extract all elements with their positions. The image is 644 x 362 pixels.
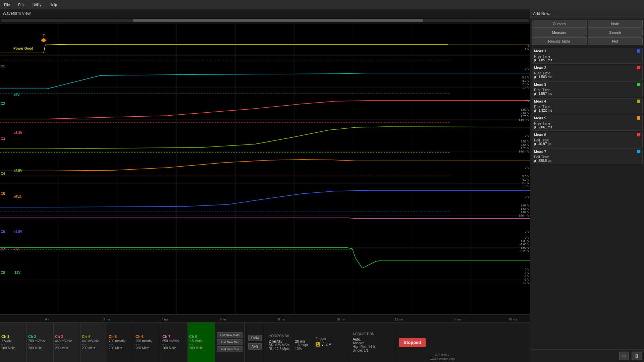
meas-item-4[interactable]: Meas 4 Rise Time µ': 1.322 ms	[532, 98, 643, 114]
scrollbar-track[interactable]	[1, 19, 529, 22]
menu-utility[interactable]: Utility	[29, 1, 46, 8]
ch5-waveform	[0, 160, 530, 171]
add-math-button[interactable]: Add New Math	[217, 332, 243, 338]
trigger-title: Trigger	[316, 337, 345, 341]
meas-item-5[interactable]: Meas 5 Rise Time µ': 2.061 ms	[532, 115, 643, 131]
ch8-block[interactable]: Ch 8 1.5 V/div ≈ ≈ 200 MHz	[188, 322, 215, 362]
v-label-11: 2.08 V1.56 V1.04 V520 mV	[519, 204, 529, 217]
meas-item-1[interactable]: Meas 1 Rise Time µ': 1.851 ms	[532, 48, 643, 64]
waveform-svg: T	[0, 23, 530, 314]
watermark-text: 电子发烧友	[435, 353, 450, 357]
trigger-marker	[41, 38, 46, 42]
ch7-div: 650 mV/div	[162, 339, 186, 343]
ch6-name: Ch 6	[136, 335, 159, 339]
menu-help[interactable]: Help	[46, 1, 61, 8]
add-bus-button[interactable]: Add New Bus	[217, 346, 243, 352]
ch1-block[interactable]: Ch 1 1 V/div ≈ ≈ 200 MHz	[0, 322, 27, 362]
ch6-block[interactable]: Ch 6 260 mV/div ≈ ≈ 200 MHz	[134, 322, 161, 362]
ch6-icon: ≈ ≈	[136, 343, 159, 346]
signal-label-1v8: +1.8V	[13, 230, 22, 234]
meas-type-1: Rise Time	[534, 54, 640, 58]
cursors-button[interactable]: Cursors	[532, 20, 587, 28]
ch2-block[interactable]: Ch 2 700 mV/div ≈ ≈ 200 MHz	[27, 322, 54, 362]
time-4ms: 4 ms	[162, 318, 168, 321]
ch4-src: C4	[1, 172, 5, 176]
ch6-div: 260 mV/div	[136, 339, 159, 343]
meas-header-7: Meas 7	[532, 149, 642, 154]
afg-button[interactable]: AFG	[248, 343, 262, 350]
add-new-bar: Add New...	[530, 9, 644, 18]
measurements-list: Meas 1 Rise Time µ': 1.851 ms Meas 2 Ris…	[530, 47, 644, 349]
signal-label-5va: +5VA	[13, 195, 22, 199]
time-14ms: 14 ms	[453, 318, 462, 321]
add-new-label: Add New...	[533, 11, 552, 16]
ch6-bw: 200 MHz	[136, 346, 159, 350]
v-label-12: 0 V	[525, 230, 529, 233]
meas-body-4: Rise Time µ': 1.322 ms	[532, 104, 642, 114]
ch8-div: 1.5 V/div	[189, 339, 213, 343]
ch4-block[interactable]: Ch 4 440 mV/div ≈ ≈ 200 MHz	[80, 322, 107, 362]
signal-label-neg12v: -12V	[13, 271, 20, 275]
ch7-bw: 200 MHz	[162, 346, 186, 350]
meas-value-4: µ': 1.322 ms	[534, 109, 640, 112]
ch6-waveform	[0, 190, 530, 207]
time-12ms: 12 ms	[395, 318, 403, 321]
meas-item-2[interactable]: Meas 2 Rise Time µ': 1.583 ms	[532, 65, 643, 80]
meas-type-7: Fall Time	[534, 155, 640, 159]
ch1-name: Ch 1	[1, 335, 25, 339]
meas-indicator-2	[637, 66, 640, 69]
dvm-button[interactable]: DVM	[248, 335, 262, 341]
meas-item-6[interactable]: Meas 6 Fall Time µ': 40.97 µs	[532, 132, 643, 147]
ch3-block[interactable]: Ch 3 440 mV/div ≈ ≈ 200 MHz	[54, 322, 80, 362]
meas-title-6: Meas 6	[534, 133, 546, 137]
time-0s: 0 s	[45, 318, 49, 321]
meas-title-4: Meas 4	[534, 99, 546, 103]
meas-value-1: µ': 1.851 ms	[534, 58, 640, 62]
plot-button[interactable]: Plot	[588, 37, 643, 45]
ch5-src: C5	[1, 192, 5, 196]
ch4-icon: ≈ ≈	[82, 343, 106, 346]
note-button[interactable]: Note	[588, 20, 643, 28]
stopped-button[interactable]: Stopped	[399, 338, 426, 347]
ch1-bw: 200 MHz	[1, 346, 25, 350]
ch5-div: 700 mV/div	[109, 339, 132, 343]
ch8-waveform	[0, 247, 530, 268]
zoom-in-button[interactable]: ⊕	[619, 352, 629, 360]
add-ref-button[interactable]: Add New Ref	[217, 339, 243, 345]
acq-single: Single: 1/1	[353, 349, 392, 352]
right-panel: Add New... Cursors Note Measure Search R…	[530, 9, 644, 362]
meas-body-5: Rise Time µ': 2.061 ms	[532, 121, 642, 130]
delete-button[interactable]: 🗑	[632, 352, 642, 360]
horizontal-block: Horizontal 2 ms/div SR: 625 MS/s RL: 12.…	[265, 322, 312, 362]
instrument-bar: Ch 1 1 V/div ≈ ≈ 200 MHz Ch 2 700 mV/div…	[0, 322, 530, 362]
measure-button[interactable]: Measure	[532, 28, 587, 37]
ch5-block[interactable]: Ch 5 700 mV/div ≈ ≈ 200 MHz	[107, 322, 134, 362]
menu-file[interactable]: File	[0, 1, 14, 8]
search-button[interactable]: Search	[588, 28, 643, 37]
acq-mode: Auto,	[353, 337, 392, 341]
meas-body-6: Fall Time µ': 40.97 µs	[532, 137, 642, 147]
waveform-scrollbar[interactable]	[0, 17, 530, 23]
scrollbar-thumb[interactable]	[133, 19, 423, 22]
main-layout: Waveform View	[0, 9, 644, 362]
meas-item-3[interactable]: Meas 3 Rise Time µ': 1.557 ms	[532, 81, 643, 97]
signal-label-5v: +5V	[13, 93, 19, 97]
stopped-block: Stopped	[396, 322, 428, 362]
signal-label-power-good: Power Good	[13, 47, 33, 50]
right-buttons-grid: Cursors Note Measure Search Results Tabl…	[530, 18, 644, 47]
horiz-pct: 10%	[295, 347, 308, 351]
ch3-src: C3	[1, 137, 5, 141]
time-10ms: 10 ms	[336, 318, 345, 321]
v-label-6: 0 V	[525, 134, 529, 137]
ch7-block[interactable]: Ch 7 650 mV/div ≈ ≈ 200 MHz	[161, 322, 188, 362]
ch2-src: C2	[1, 102, 5, 106]
v-label-13: 0 V-1.30 V-2.60 V-3.90 V-5.20 V	[520, 236, 529, 253]
results-table-button[interactable]: Results Table	[532, 37, 587, 45]
signal-label-3v3: +3.3V	[13, 131, 22, 135]
meas-item-7[interactable]: Meas 7 Fall Time µ': 380.5 µs	[532, 148, 643, 164]
horiz-params: 2 ms/div SR: 625 MS/s RL: 12.5 Mpts 20 m…	[269, 339, 309, 351]
ch2-icon: ≈ ≈	[28, 343, 52, 346]
ch3-bw: 200 MHz	[55, 346, 79, 350]
acquisition-block: Acquisition Auto, Analyze High Res: 14 b…	[349, 322, 396, 362]
menu-edit[interactable]: Edit	[14, 1, 29, 8]
